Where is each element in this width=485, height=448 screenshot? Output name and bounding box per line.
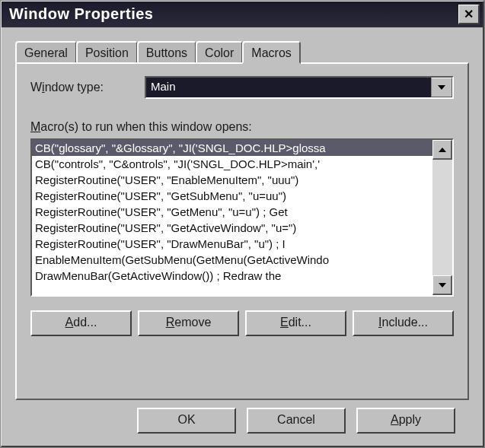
include-button[interactable]: Include... — [353, 310, 454, 336]
edit-button[interactable]: Edit... — [245, 310, 346, 336]
titlebar: Window Properties ✕ — [2, 2, 483, 27]
remove-button[interactable]: Remove — [138, 310, 239, 336]
tab-panel-macros: Window type: Main Macro(s) to run when t… — [15, 62, 469, 400]
chevron-up-icon — [439, 148, 446, 152]
window-type-field: Window type: Main — [30, 76, 454, 99]
list-item[interactable]: RegisterRoutine("USER", "GetMenu", "u=u"… — [32, 204, 432, 220]
tab-position[interactable]: Position — [76, 41, 138, 62]
list-item[interactable]: DrawMenuBar(GetActiveWindow()) ; Redraw … — [32, 268, 432, 284]
window-type-value: Main — [146, 78, 431, 97]
list-item[interactable]: RegisterRoutine("USER", "GetSubMenu", "u… — [32, 188, 432, 204]
window: Window Properties ✕ GeneralPositionButto… — [1, 1, 484, 447]
tab-macros[interactable]: Macros — [242, 41, 300, 64]
list-item[interactable]: RegisterRoutine("USER", "EnableMenuItem"… — [32, 172, 432, 188]
scrollbar[interactable] — [432, 140, 452, 295]
macros-listbox-wrap: CB("glossary", "&Glossary", "JI('SNGL_DO… — [30, 138, 454, 297]
combobox-dropdown-button[interactable] — [431, 78, 452, 97]
close-icon: ✕ — [464, 7, 474, 21]
scroll-track[interactable] — [432, 160, 452, 275]
add-button[interactable]: Add... — [30, 310, 132, 336]
svg-marker-0 — [438, 85, 445, 90]
scroll-down-button[interactable] — [432, 275, 452, 295]
apply-button[interactable]: Apply — [356, 408, 455, 434]
window-type-combobox[interactable]: Main — [145, 76, 454, 99]
cancel-button[interactable]: Cancel — [247, 408, 346, 434]
ok-button[interactable]: OK — [137, 408, 236, 434]
tab-color[interactable]: Color — [196, 41, 243, 62]
macros-list-label: Macro(s) to run when this window opens: — [30, 120, 454, 134]
svg-marker-1 — [439, 148, 446, 152]
tab-general[interactable]: General — [15, 41, 77, 62]
scroll-up-button[interactable] — [432, 140, 452, 160]
chevron-down-icon — [438, 85, 445, 90]
svg-marker-2 — [439, 283, 446, 288]
titlebar-title: Window Properties — [9, 5, 153, 23]
list-item[interactable]: EnableMenuItem(GetSubMenu(GetMenu(GetAct… — [32, 252, 432, 268]
list-item[interactable]: CB("glossary", "&Glossary", "JI('SNGL_DO… — [32, 140, 432, 156]
tab-buttons[interactable]: Buttons — [137, 41, 196, 62]
chevron-down-icon — [439, 283, 446, 288]
close-button[interactable]: ✕ — [458, 5, 480, 24]
list-item[interactable]: RegisterRoutine("USER", "GetActiveWindow… — [32, 220, 432, 236]
macros-listbox[interactable]: CB("glossary", "&Glossary", "JI('SNGL_DO… — [32, 140, 432, 295]
action-row: Add... Remove Edit... Include... — [30, 310, 454, 336]
list-item[interactable]: CB("controls", "C&ontrols", "JI('SNGL_DO… — [32, 156, 432, 172]
window-type-label: Window type: — [30, 81, 145, 94]
footer: OK Cancel Apply — [15, 400, 469, 438]
tab-row: GeneralPositionButtonsColorMacros — [15, 35, 469, 62]
list-item[interactable]: RegisterRoutine("USER", "DrawMenuBar", "… — [32, 236, 432, 252]
content-area: GeneralPositionButtonsColorMacros Window… — [2, 27, 483, 446]
